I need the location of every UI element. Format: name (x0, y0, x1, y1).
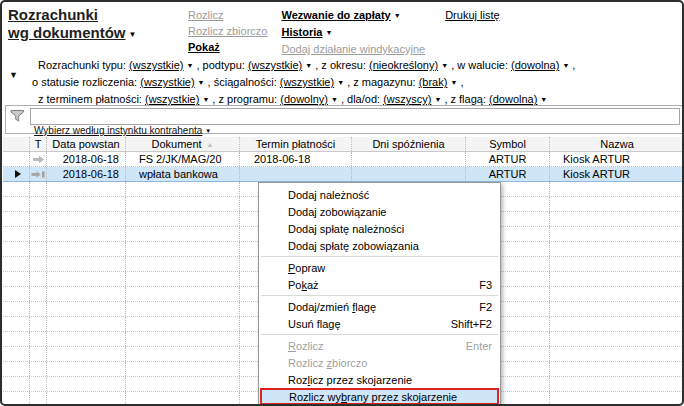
cell-nazwa (550, 227, 684, 241)
menu-item-label: Dodaj spłatę należności (288, 223, 404, 235)
filter-value-brak[interactable]: (brak) (419, 76, 448, 88)
column-header-dni-spoznienia[interactable]: Dni spóźnienia (352, 137, 466, 151)
cell-nazwa (550, 272, 684, 286)
chevron-down-icon: ▼ (198, 75, 205, 91)
cell-data-powstania (47, 332, 126, 346)
cell-dokument (126, 362, 240, 376)
cell-nazwa: Kiosk ARTUR (550, 167, 684, 181)
table-row-1[interactable]: 2018-06-18FS 2/JK/MAG/202018-06-18ARTURK… (3, 152, 684, 167)
toolbar-link-wezwanie-do-zapłaty[interactable]: Wezwanie do zapłaty▼ (281, 7, 425, 24)
cell-type (30, 287, 47, 301)
cell-row-selector (3, 287, 30, 301)
filter-label: o statusie rozliczenia: (32, 76, 140, 88)
filter-label: , (457, 76, 463, 88)
cell-data-powstania (47, 242, 126, 256)
chevron-down-icon: ▼ (394, 8, 401, 24)
arrow-right-icon (32, 155, 45, 164)
column-header-symbol[interactable]: Symbol (466, 137, 550, 151)
menu-item-label: Rozlicz przez skojarzenie (288, 374, 412, 386)
instynkt-kontrahenta-link[interactable]: Wybierz według instynktu kontrahenta▼ (34, 125, 211, 136)
menu-item-label: Rozlicz zbiorczo (288, 357, 367, 369)
cell-symbol: ARTUR (466, 152, 550, 166)
cell-row-selector (3, 392, 30, 406)
cell-data-powstania (47, 257, 126, 271)
cell-dokument (126, 212, 240, 226)
menu-item-usuń-flagę[interactable]: Usuń flagęShift+F2 (259, 315, 500, 332)
toolbar-link-pokaż[interactable]: Pokaż (188, 39, 267, 55)
cell-row-selector (3, 362, 30, 376)
column-header-dokument[interactable]: Dokument▲ (126, 137, 240, 151)
cell-nazwa (550, 362, 684, 376)
menu-item-dodaj-należność[interactable]: Dodaj należność (259, 186, 500, 203)
menu-item-label: Pokaż (288, 279, 319, 291)
chevron-down-icon: ▼ (325, 25, 332, 41)
cell-data-powstania (47, 302, 126, 316)
filter-value-dowolny[interactable]: (dowolny) (280, 93, 328, 105)
cell-data-powstania (47, 377, 126, 391)
cell-nazwa (550, 257, 684, 271)
column-header-type[interactable]: T (30, 137, 47, 151)
search-input[interactable] (30, 108, 680, 125)
filter-label: , z okresu: (312, 59, 369, 71)
menu-item-dodaj-spłatę-należności[interactable]: Dodaj spłatę należności (259, 220, 500, 237)
menu-item-pokaż[interactable]: PokażF3 (259, 276, 500, 293)
toolbar-link-drukuj-listę[interactable]: Drukuj listę (445, 7, 499, 23)
cell-type (30, 182, 47, 196)
filter-value-nieokreślony[interactable]: (nieokreślony) (369, 59, 438, 71)
filter-value-wszyscy[interactable]: (wszyscy) (383, 93, 431, 105)
table-row-2[interactable]: 2018-06-18wpłata bankowaARTURKiosk ARTUR (3, 167, 684, 182)
menu-item-shortcut: F3 (479, 279, 492, 291)
filter-value-wszystkie[interactable]: (wszystkie) (280, 76, 334, 88)
filter-value-wszystkie[interactable]: (wszystkie) (140, 76, 194, 88)
cell-dokument (126, 182, 240, 196)
menu-item-label: Rozlicz wybrany przez skojarzenie (289, 391, 457, 403)
menu-item-rozlicz: RozliczEnter (259, 337, 500, 354)
filter-value-wszystkie[interactable]: (wszystkie) (248, 59, 302, 71)
menu-item-label: Dodaj/zmień flagę (288, 301, 376, 313)
menu-item-rozlicz-przez-skojarzenie[interactable]: Rozlicz przez skojarzenie (259, 371, 500, 388)
menu-item-rozlicz-wybrany-przez-skojarzenie[interactable]: Rozlicz wybrany przez skojarzenie (260, 388, 499, 405)
cell-row-selector (3, 242, 30, 256)
cell-type (30, 347, 47, 361)
cell-nazwa (550, 377, 684, 391)
toolbar-link-historia[interactable]: Historia▼ (281, 24, 425, 41)
cell-termin-platnosci: 2018-06-18 (240, 152, 352, 166)
menu-item-shortcut: Enter (466, 340, 492, 352)
cell-nazwa (550, 317, 684, 331)
cell-type (30, 257, 47, 271)
context-menu: Dodaj należnośćDodaj zobowiązanieDodaj s… (258, 182, 501, 406)
cell-dokument (126, 347, 240, 361)
cell-data-powstania (47, 182, 126, 196)
menu-item-label: Dodaj zobowiązanie (288, 206, 386, 218)
toolbar-link-rozlicz-zbiorczo: Rozlicz zbiorczo (188, 23, 267, 39)
filter-value-dowolna[interactable]: (dowolna) (489, 93, 537, 105)
menu-item-dodaj-spłatę-zobowiązania[interactable]: Dodaj spłatę zobowiązania (259, 237, 500, 254)
cell-dokument (126, 317, 240, 331)
cell-dokument (126, 377, 240, 391)
arrow-right-box-icon (31, 170, 45, 179)
menu-item-dodaj-zmień-flagę[interactable]: Dodaj/zmień flagęF2 (259, 298, 500, 315)
column-header-nazwa[interactable]: Nazwa (550, 137, 684, 151)
app-window: Rozrachunki wg dokumentów▼ RozliczRozlic… (0, 0, 684, 406)
cell-dni-spoznienia (352, 167, 466, 181)
menu-item-popraw[interactable]: Popraw (259, 259, 500, 276)
cell-nazwa (550, 212, 684, 226)
filter-value-dowolna[interactable]: (dowolna) (511, 59, 559, 71)
instynkt-link-label: Wybierz według instynktu kontrahenta (34, 125, 202, 136)
column-header-row-selector[interactable] (3, 137, 30, 151)
filter-collapse-icon[interactable]: ▼ (9, 70, 18, 80)
cell-dni-spoznienia (352, 152, 466, 166)
column-header-data-powstania[interactable]: Data powstan (47, 137, 126, 151)
cell-dokument (126, 242, 240, 256)
cell-row-selector (3, 257, 30, 271)
cell-nazwa (550, 302, 684, 316)
menu-item-rozlicz-zbiorczo: Rozlicz zbiorczo (259, 354, 500, 371)
filter-value-wszystkie[interactable]: (wszystkie) (129, 59, 183, 71)
menu-item-dodaj-zobowiązanie[interactable]: Dodaj zobowiązanie (259, 203, 500, 220)
column-header-termin-platnosci[interactable]: Termin płatności (240, 137, 352, 151)
filter-label: , podtypu: (193, 59, 247, 71)
page-title[interactable]: Rozrachunki wg dokumentów▼ (8, 6, 136, 44)
filter-value-wszystkie[interactable]: (wszystkie) (145, 93, 199, 105)
cell-row-selector (3, 212, 30, 226)
cell-data-powstania (47, 287, 126, 301)
